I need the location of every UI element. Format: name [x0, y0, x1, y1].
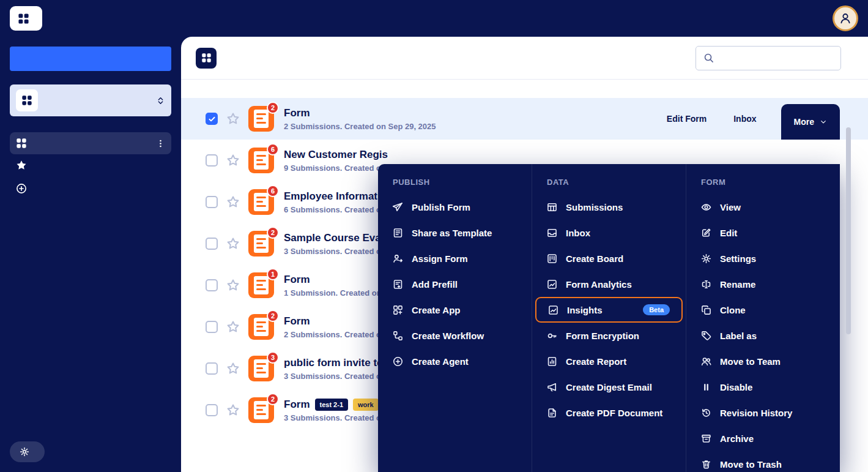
workspace-selector[interactable]: [10, 84, 171, 116]
favorite-star-icon[interactable]: [226, 403, 240, 417]
menu-item-assign-form[interactable]: Assign Form: [378, 245, 532, 271]
topbar: [0, 0, 868, 37]
form-icon: 1: [248, 272, 274, 298]
menu-item-label-as[interactable]: Label as: [686, 323, 840, 348]
megaphone-icon: [547, 382, 557, 392]
brand-logo[interactable]: [10, 6, 42, 31]
sidebar: [0, 37, 181, 472]
workspace-settings-button[interactable]: [10, 441, 45, 462]
menu-item-add-prefill[interactable]: Add Prefill: [378, 271, 532, 297]
menu-item-label: Clone: [720, 305, 746, 315]
menu-item-revision-history[interactable]: Revision History: [686, 400, 840, 425]
scrollbar-thumb[interactable]: [846, 127, 851, 334]
archive-icon: [701, 433, 711, 444]
menu-item-settings[interactable]: Settings: [686, 245, 840, 271]
asset-info: Form2 Submissions. Created on Sep 29, 20…: [284, 107, 436, 131]
search-box[interactable]: [696, 46, 841, 70]
menu-item-label: Create PDF Document: [566, 408, 662, 418]
menu-item-clone[interactable]: Clone: [686, 297, 840, 323]
menu-item-create-pdf-document[interactable]: Create PDF Document: [532, 400, 686, 425]
menu-item-share-as-template[interactable]: Share as Template: [378, 220, 532, 245]
menu-item-label: View: [720, 202, 741, 212]
menu-item-edit[interactable]: Edit: [686, 220, 840, 245]
row-checkbox[interactable]: [206, 362, 218, 375]
menu-item-disable[interactable]: Disable: [686, 374, 840, 400]
menu-item-label: Settings: [720, 253, 756, 264]
asset-info: Form2 Submissions. Created on: [284, 315, 386, 339]
asset-subtitle: 6 Submissions. Created on: [284, 205, 387, 214]
more-menu: PUBLISHPublish FormShare as TemplateAssi…: [378, 164, 840, 472]
search-input[interactable]: [719, 53, 833, 63]
asset-subtitle: 2 Submissions. Created on: [284, 330, 386, 339]
more-button[interactable]: More: [781, 104, 840, 140]
asset-title-line: Form: [284, 107, 436, 119]
menu-item-inbox[interactable]: Inbox: [532, 220, 686, 245]
menu-item-form-analytics[interactable]: Form Analytics: [532, 271, 686, 297]
asset-info: public form invite tes3 Submissions. Cre…: [284, 357, 388, 381]
form-icon: 3: [248, 356, 274, 381]
favorite-star-icon[interactable]: [226, 195, 240, 209]
row-checkbox[interactable]: [206, 279, 218, 291]
favorite-star-icon[interactable]: [226, 279, 240, 292]
menu-item-create-report[interactable]: Create Report: [532, 348, 686, 374]
inbox-button[interactable]: Inbox: [720, 114, 770, 124]
asset-info: Form1 Submission. Created on S: [284, 274, 389, 298]
asset-title: Form: [284, 107, 310, 119]
asset-row[interactable]: 2Form2 Submissions. Created on Sep 29, 2…: [181, 98, 868, 140]
submission-count-badge: 6: [267, 143, 279, 155]
menu-item-create-app[interactable]: Create App: [378, 297, 532, 323]
avatar[interactable]: [833, 6, 858, 31]
asset-title: Employee Informatio: [284, 190, 387, 203]
menu-item-submissions[interactable]: Submissions: [532, 194, 686, 220]
menu-item-form-encryption[interactable]: Form Encryption: [532, 323, 686, 348]
asset-subtitle: 3 Submissions. Created on: [284, 413, 386, 422]
menu-item-create-workflow[interactable]: Create Workflow: [378, 323, 532, 348]
asset-info: Formtest 2-1work3 Submissions. Created o…: [284, 399, 386, 422]
menu-item-create-agent[interactable]: Create Agent: [378, 348, 532, 374]
scrollbar[interactable]: [846, 127, 851, 466]
menu-item-label: Disable: [720, 382, 752, 392]
menu-item-move-to-team[interactable]: Move to Team: [686, 348, 840, 374]
gear-icon: [20, 447, 29, 457]
favorite-star-icon[interactable]: [226, 112, 240, 125]
row-checkbox[interactable]: [206, 238, 218, 250]
menu-item-insights[interactable]: InsightsBeta: [535, 297, 683, 323]
row-checkbox[interactable]: [206, 113, 218, 125]
asset-subtitle: 1 Submission. Created on S: [284, 288, 389, 298]
menu-item-publish-form[interactable]: Publish Form: [378, 194, 532, 220]
asset-tag: work: [353, 399, 379, 411]
trash-icon: [701, 459, 711, 470]
menu-item-create-board[interactable]: Create Board: [532, 245, 686, 271]
menu-item-create-digest-email[interactable]: Create Digest Email: [532, 374, 686, 400]
asset-title: New Customer Regis: [284, 149, 388, 161]
sidebar-item-favorites[interactable]: [10, 154, 171, 176]
create-button[interactable]: [10, 47, 171, 71]
submission-count-badge: 2: [267, 393, 279, 405]
menu-item-archive[interactable]: Archive: [686, 425, 840, 451]
row-checkbox[interactable]: [206, 196, 218, 208]
inbox-icon: [547, 228, 557, 238]
row-checkbox[interactable]: [206, 321, 218, 333]
add-label-button[interactable]: [10, 178, 171, 200]
edit-form-button[interactable]: Edit Form: [653, 114, 720, 124]
menu-item-label: Label as: [720, 331, 757, 341]
row-checkbox[interactable]: [206, 404, 218, 416]
favorite-star-icon[interactable]: [226, 320, 240, 334]
report-icon: [547, 356, 557, 367]
asset-title-line: Formtest 2-1work: [284, 399, 386, 411]
asset-title: Form: [284, 399, 310, 411]
favorite-star-icon[interactable]: [226, 362, 240, 375]
favorite-star-icon[interactable]: [226, 154, 240, 167]
menu-item-view[interactable]: View: [686, 194, 840, 220]
favorite-star-icon[interactable]: [226, 237, 240, 250]
form-icon: 2: [248, 314, 274, 340]
kebab-menu-icon[interactable]: [156, 139, 165, 148]
table-icon: [547, 202, 557, 212]
sidebar-item-all-assets[interactable]: [10, 132, 171, 154]
menu-item-move-to-trash[interactable]: Move to Trash: [686, 451, 840, 472]
row-checkbox[interactable]: [206, 154, 218, 167]
menu-item-label: Form Analytics: [566, 279, 632, 290]
clone-icon: [701, 305, 711, 315]
asset-title: public form invite tes: [284, 357, 388, 369]
menu-item-rename[interactable]: Rename: [686, 271, 840, 297]
